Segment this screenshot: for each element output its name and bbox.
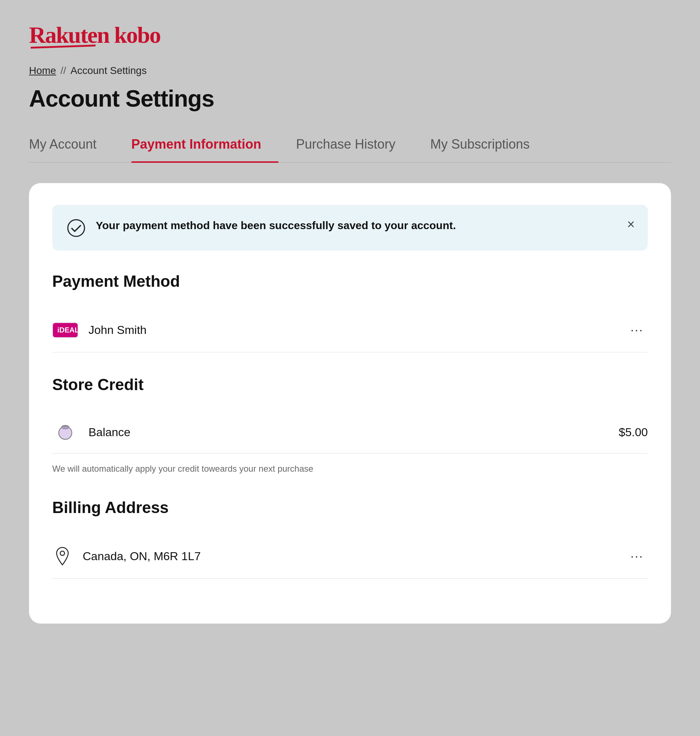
billing-address-text: Canada, ON, M6R 1L7 xyxy=(83,549,616,563)
payment-method-item: iDEAL John Smith ··· xyxy=(52,308,648,353)
billing-address-more-button[interactable]: ··· xyxy=(626,546,648,567)
page-title: Account Settings xyxy=(29,85,671,112)
store-credit-item: Balance $5.00 xyxy=(52,411,648,454)
tab-my-subscriptions[interactable]: My Subscriptions xyxy=(430,129,547,162)
payment-method-title: Payment Method xyxy=(52,272,648,291)
svg-point-0 xyxy=(68,220,84,237)
billing-address-item: Canada, ON, M6R 1L7 ··· xyxy=(52,534,648,579)
location-pin-icon xyxy=(52,546,72,566)
store-credit-title: Store Credit xyxy=(52,376,648,394)
ideal-icon: iDEAL xyxy=(52,320,78,339)
store-credit-icon xyxy=(52,423,78,442)
payment-method-section: Payment Method iDEAL John Smith ··· xyxy=(52,272,648,353)
close-banner-button[interactable]: × xyxy=(626,216,636,232)
success-check-icon xyxy=(67,219,85,238)
breadcrumb: Home // Account Settings xyxy=(29,65,671,76)
logo: Rakuten kobo xyxy=(29,22,671,47)
billing-address-title: Billing Address xyxy=(52,498,648,517)
logo-text[interactable]: Rakuten kobo xyxy=(29,22,671,48)
tab-bar: My Account Payment Information Purchase … xyxy=(29,129,671,163)
success-banner: Your payment method have been successful… xyxy=(52,205,648,251)
payment-method-name: John Smith xyxy=(88,323,616,337)
breadcrumb-current: Account Settings xyxy=(71,65,147,76)
billing-address-section: Billing Address Canada, ON, M6R 1L7 ··· xyxy=(52,498,648,579)
content-card: Your payment method have been successful… xyxy=(29,183,671,624)
svg-point-5 xyxy=(60,551,65,555)
breadcrumb-home[interactable]: Home xyxy=(29,65,56,76)
store-credit-balance-value: $5.00 xyxy=(619,426,648,439)
tab-payment-information[interactable]: Payment Information xyxy=(131,129,279,162)
success-message: Your payment method have been successful… xyxy=(96,218,633,233)
ideal-logo-left: iDEAL xyxy=(53,323,78,337)
payment-more-button[interactable]: ··· xyxy=(626,319,648,341)
store-credit-section: Store Credit Balance $5.00 We will autom… xyxy=(52,376,648,475)
store-credit-note: We will automatically apply your credit … xyxy=(52,462,648,475)
tab-my-account[interactable]: My Account xyxy=(29,129,114,162)
breadcrumb-separator: // xyxy=(60,65,66,76)
store-credit-balance-label: Balance xyxy=(88,426,609,439)
tab-purchase-history[interactable]: Purchase History xyxy=(296,129,413,162)
